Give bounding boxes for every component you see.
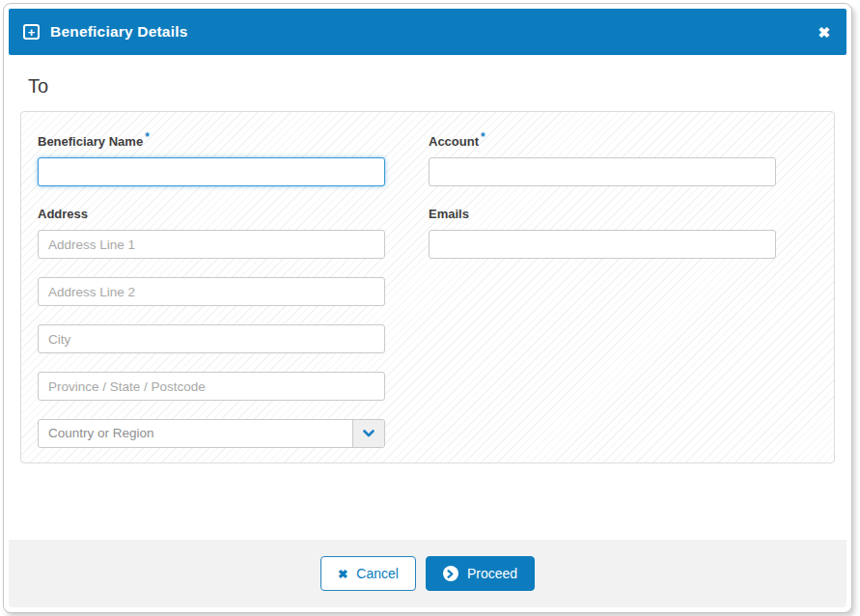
modal-footer: ✖ Cancel Proceed [9,540,846,607]
modal-body: To Beneficiary Name* Address [9,55,846,540]
account-group: Account* [429,130,776,186]
plus-square-icon: + [23,24,40,40]
plus-glyph: + [28,26,36,39]
section-heading: To [28,75,835,98]
address-label: Address [38,207,385,221]
form-right-column: Account* Emails [429,130,776,448]
province-state-postcode-input[interactable] [38,372,385,401]
proceed-button-label: Proceed [467,566,517,581]
form-panel: Beneficiary Name* Address Country or Reg… [20,111,835,463]
beneficiary-name-group: Beneficiary Name* [38,130,385,186]
modal-title: Beneficiary Details [50,23,188,41]
form-left-column: Beneficiary Name* Address Country or Reg… [38,130,385,448]
account-input[interactable] [429,157,776,186]
modal-header: + Beneficiary Details ✖ [9,9,846,55]
city-input[interactable] [38,324,385,353]
emails-label: Emails [429,207,776,221]
address-line2-input[interactable] [38,277,385,306]
chevron-right-icon [447,570,454,578]
cancel-x-icon: ✖ [338,567,347,581]
cancel-button-label: Cancel [356,566,399,581]
required-asterisk: * [145,130,150,144]
country-select-value: Country or Region [39,420,352,447]
close-icon[interactable]: ✖ [816,21,832,43]
chevron-down-icon [363,430,375,437]
emails-input[interactable] [429,230,776,259]
beneficiary-name-label: Beneficiary Name* [38,130,385,149]
beneficiary-details-modal: + Beneficiary Details ✖ To Beneficiary N… [3,3,852,613]
required-asterisk: * [481,130,485,144]
address-group: Address Country or Region [38,207,385,448]
proceed-circle-icon [443,566,458,581]
proceed-button[interactable]: Proceed [426,556,535,591]
beneficiary-name-input[interactable] [38,157,385,186]
country-select[interactable]: Country or Region [38,419,385,448]
emails-group: Emails [429,207,776,259]
cancel-button[interactable]: ✖ Cancel [320,556,416,591]
country-dropdown-button[interactable] [352,420,384,447]
address-line1-input[interactable] [38,230,385,259]
account-label: Account* [429,130,776,149]
